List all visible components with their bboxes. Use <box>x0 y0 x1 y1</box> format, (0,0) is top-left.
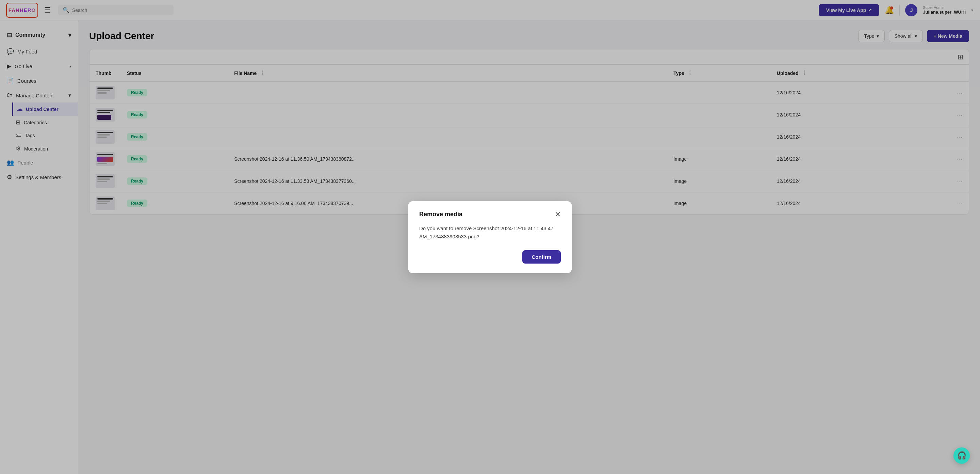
modal-footer: Confirm <box>419 250 561 263</box>
remove-media-modal: Remove media ✕ Do you want to remove Scr… <box>408 201 572 273</box>
modal-overlay[interactable]: Remove media ✕ Do you want to remove Scr… <box>0 0 980 474</box>
modal-header: Remove media ✕ <box>419 211 561 218</box>
headset-icon: 🎧 <box>957 451 966 460</box>
modal-body: Do you want to remove Screenshot 2024-12… <box>419 224 561 241</box>
modal-close-button[interactable]: ✕ <box>555 211 561 218</box>
support-chat-button[interactable]: 🎧 <box>953 447 970 464</box>
modal-title: Remove media <box>419 211 463 218</box>
confirm-button[interactable]: Confirm <box>522 250 561 263</box>
